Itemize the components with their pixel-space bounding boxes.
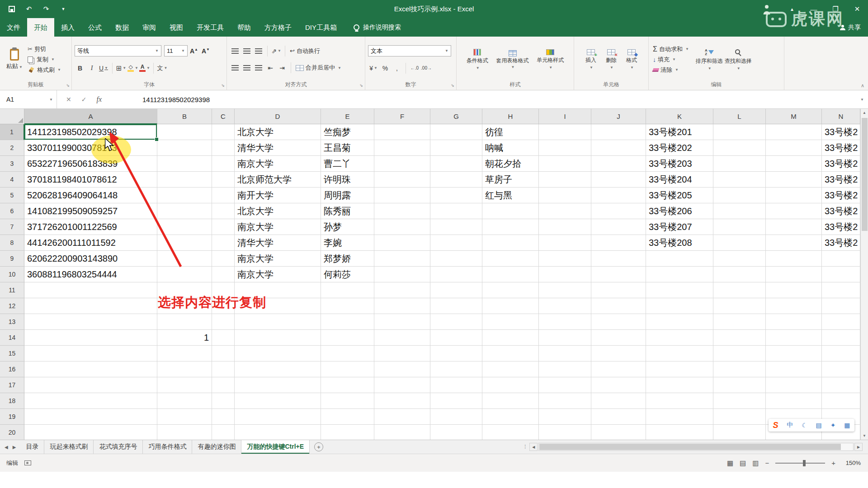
customize-qat-icon[interactable]: ▼	[59, 5, 68, 14]
format-cells-button[interactable]: ◆格式▼	[625, 48, 638, 70]
row-header-9[interactable]: 9	[0, 251, 24, 267]
cell-D20[interactable]	[235, 425, 321, 440]
sheet-tab-6[interactable]: 万能的快捷键Ctrl+E	[241, 440, 310, 454]
ime-skin-icon[interactable]: ✦	[830, 422, 836, 429]
vertical-scroll-thumb[interactable]	[862, 118, 868, 231]
cell-J4[interactable]	[591, 172, 646, 188]
cell-D19[interactable]	[235, 409, 321, 425]
cell-E16[interactable]	[321, 361, 374, 377]
cell-E5[interactable]: 周明露	[321, 188, 374, 203]
close-button[interactable]: ✕	[846, 0, 868, 18]
cell-C10[interactable]	[212, 267, 235, 282]
cell-L4[interactable]	[713, 172, 766, 188]
row-header-7[interactable]: 7	[0, 219, 24, 235]
tell-me-search[interactable]: 操作说明搜索	[354, 18, 401, 37]
cell-N4[interactable]: 33号楼2	[822, 172, 860, 188]
cell-L8[interactable]	[713, 235, 766, 251]
row-header-1[interactable]: 1	[0, 124, 24, 140]
ribbon-tab-help[interactable]: 帮助	[231, 18, 258, 37]
collapse-ribbon-icon[interactable]: ∧	[861, 83, 864, 89]
cell-B9[interactable]	[157, 251, 212, 267]
cell-F19[interactable]	[374, 409, 430, 425]
cell-B3[interactable]	[157, 156, 212, 172]
cell-C4[interactable]	[212, 172, 235, 188]
borders-button[interactable]: ⊞▼	[116, 63, 127, 74]
cell-N6[interactable]: 33号楼2	[822, 203, 860, 219]
cell-N2[interactable]: 33号楼2	[822, 140, 860, 156]
cell-H11[interactable]	[482, 282, 539, 298]
cell-A15[interactable]	[24, 346, 157, 361]
cell-H8[interactable]	[482, 235, 539, 251]
cell-M16[interactable]	[766, 361, 822, 377]
row-header-10[interactable]: 10	[0, 267, 24, 282]
cell-D16[interactable]	[235, 361, 321, 377]
cell-B1[interactable]	[157, 124, 212, 140]
cell-K8[interactable]: 33号楼208	[646, 235, 713, 251]
cell-H10[interactable]	[482, 267, 539, 282]
cell-K17[interactable]	[646, 377, 713, 393]
cell-L5[interactable]	[713, 188, 766, 203]
cell-H20[interactable]	[482, 425, 539, 440]
cell-F13[interactable]	[374, 314, 430, 330]
cell-C14[interactable]	[212, 330, 235, 346]
ime-language-icon[interactable]: 中	[787, 421, 793, 429]
row-header-18[interactable]: 18	[0, 393, 24, 409]
cell-E17[interactable]	[321, 377, 374, 393]
cell-A6[interactable]: 141082199509059257	[24, 203, 157, 219]
page-layout-view-icon[interactable]: ▤	[740, 459, 746, 467]
cell-N7[interactable]: 33号楼2	[822, 219, 860, 235]
cell-N18[interactable]	[822, 393, 860, 409]
dialog-launcher-icon[interactable]: ⇘	[221, 84, 225, 88]
cell-K10[interactable]	[646, 267, 713, 282]
wrap-text-button[interactable]: ↩自动换行	[288, 47, 321, 56]
zoom-level[interactable]: 150%	[842, 460, 861, 466]
cell-B5[interactable]	[157, 188, 212, 203]
cell-L12[interactable]	[713, 298, 766, 314]
cell-E1[interactable]: 竺痴梦	[321, 124, 374, 140]
align-center-button[interactable]	[241, 62, 252, 73]
cell-H3[interactable]: 朝花夕拾	[482, 156, 539, 172]
cell-K15[interactable]	[646, 346, 713, 361]
sort-filter-button[interactable]: AZ排序和筛选▼	[695, 48, 724, 71]
bold-button[interactable]: B	[75, 63, 85, 74]
cell-B15[interactable]	[157, 346, 212, 361]
row-header-5[interactable]: 5	[0, 188, 24, 203]
ime-toolbox-icon[interactable]: ▦	[844, 422, 850, 429]
column-header-K[interactable]: K	[646, 109, 713, 124]
merge-center-button[interactable]: 合并后居中▼	[294, 63, 343, 72]
page-break-view-icon[interactable]: ▥	[752, 459, 759, 467]
cell-G17[interactable]	[430, 377, 482, 393]
dialog-launcher-icon[interactable]: ⇘	[66, 84, 70, 88]
cell-I7[interactable]	[539, 219, 591, 235]
align-middle-button[interactable]	[241, 46, 252, 56]
cell-M12[interactable]	[766, 298, 822, 314]
cell-D10[interactable]: 南京大学	[235, 267, 321, 282]
cell-E12[interactable]	[321, 298, 374, 314]
cell-J12[interactable]	[591, 298, 646, 314]
cell-N17[interactable]	[822, 377, 860, 393]
cell-J17[interactable]	[591, 377, 646, 393]
decrease-font-size-button[interactable]: A▼	[200, 46, 211, 56]
new-sheet-button[interactable]: +	[314, 442, 323, 451]
cell-L10[interactable]	[713, 267, 766, 282]
cell-A4[interactable]: 370181198401078612	[24, 172, 157, 188]
paste-button[interactable]: 粘贴▼	[3, 49, 26, 70]
cell-B4[interactable]	[157, 172, 212, 188]
cell-H18[interactable]	[482, 393, 539, 409]
cell-M11[interactable]	[766, 282, 822, 298]
row-header-12[interactable]: 12	[0, 298, 24, 314]
column-header-C[interactable]: C	[212, 109, 235, 124]
increase-decimal-button[interactable]: ←.0	[409, 63, 420, 74]
cell-L1[interactable]	[713, 124, 766, 140]
cell-K14[interactable]	[646, 330, 713, 346]
cell-M7[interactable]	[766, 219, 822, 235]
cell-H15[interactable]	[482, 346, 539, 361]
cell-E10[interactable]: 何莉莎	[321, 267, 374, 282]
cell-E19[interactable]	[321, 409, 374, 425]
cell-N3[interactable]: 33号楼2	[822, 156, 860, 172]
cell-A14[interactable]	[24, 330, 157, 346]
cell-K3[interactable]: 33号楼203	[646, 156, 713, 172]
cell-B13[interactable]	[157, 314, 212, 330]
cell-M13[interactable]	[766, 314, 822, 330]
cell-E9[interactable]: 郑梦娇	[321, 251, 374, 267]
